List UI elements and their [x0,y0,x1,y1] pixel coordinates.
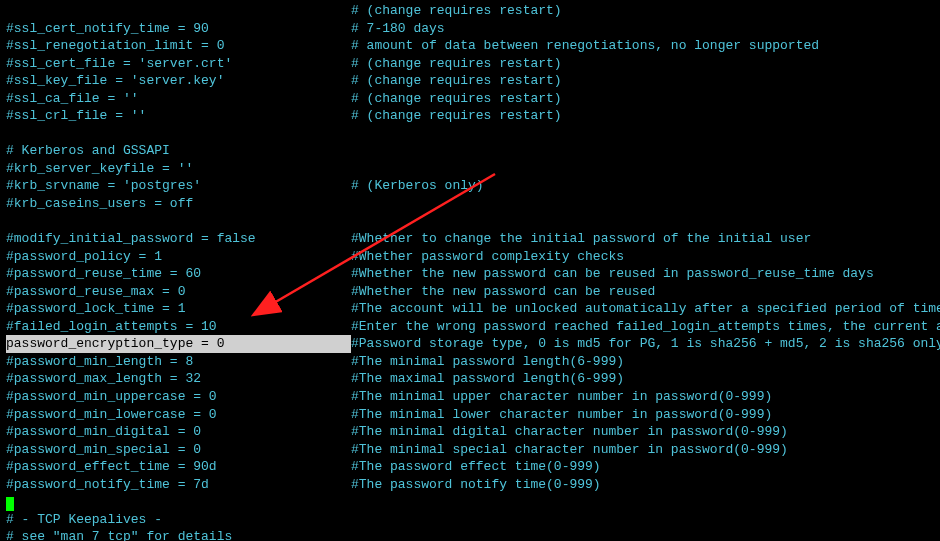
config-line: #ssl_cert_notify_time = 90# 7-180 days [6,20,940,38]
config-comment: #The minimal password length(6-999) [351,353,624,371]
config-setting: #password_reuse_max = 0 [6,283,351,301]
config-line: #ssl_ca_file = ''# (change requires rest… [6,90,940,108]
config-line: #ssl_crl_file = ''# (change requires res… [6,107,940,125]
config-comment: # (change requires restart) [351,2,562,20]
config-line: #password_min_uppercase = 0#The minimal … [6,388,940,406]
config-comment: #The minimal digital character number in… [351,423,788,441]
config-setting: #password_lock_time = 1 [6,300,351,318]
config-comment: #Password storage type, 0 is md5 for PG,… [351,335,940,353]
config-line: #password_min_lowercase = 0#The minimal … [6,406,940,424]
config-comment: #Whether to change the initial password … [351,230,811,248]
config-setting: #password_reuse_time = 60 [6,265,351,283]
config-setting: #password_min_lowercase = 0 [6,406,351,424]
config-line: #password_min_digital = 0#The minimal di… [6,423,940,441]
config-comment: # 7-180 days [351,20,445,38]
config-line: # see "man 7 tcp" for details [6,528,940,541]
config-comment: # (change requires restart) [351,107,562,125]
config-comment: #Whether the new password can be reused … [351,265,874,283]
config-line: # Kerberos and GSSAPI [6,142,940,160]
config-setting: #password_min_uppercase = 0 [6,388,351,406]
config-line: password_encryption_type = 0#Password st… [6,335,940,353]
config-comment: #The minimal special character number in… [351,441,788,459]
config-comment: # amount of data between renegotiations,… [351,37,819,55]
config-setting: #modify_initial_password = false [6,230,351,248]
config-comment: # (change requires restart) [351,55,562,73]
config-text: #krb_caseins_users = off [6,196,193,211]
config-line: #password_policy = 1#Whether password co… [6,248,940,266]
config-text: # - TCP Keepalives - [6,512,162,527]
config-comment: #The maximal password length(6-999) [351,370,624,388]
config-line: #password_notify_time = 7d#The password … [6,476,940,494]
config-setting: #ssl_cert_notify_time = 90 [6,20,351,38]
config-line: #ssl_cert_file = 'server.crt'# (change r… [6,55,940,73]
config-setting: #ssl_renegotiation_limit = 0 [6,37,351,55]
config-line: #password_reuse_time = 60#Whether the ne… [6,265,940,283]
config-text: # see "man 7 tcp" for details [6,529,232,541]
terminal-cursor [6,497,14,511]
config-setting: #password_effect_time = 90d [6,458,351,476]
config-setting: #password_min_special = 0 [6,441,351,459]
config-setting: #password_min_digital = 0 [6,423,351,441]
config-comment: #The account will be unlocked automatica… [351,300,940,318]
config-setting: #password_min_length = 8 [6,353,351,371]
config-comment: #The minimal lower character number in p… [351,406,772,424]
config-comment: # (change requires restart) [351,72,562,90]
config-line: #password_reuse_max = 0#Whether the new … [6,283,940,301]
config-comment: #Whether password complexity checks [351,248,624,266]
config-line: #password_lock_time = 1#The account will… [6,300,940,318]
config-setting: #ssl_key_file = 'server.key' [6,72,351,90]
config-line: #krb_server_keyfile = '' [6,160,940,178]
config-setting: password_encryption_type = 0 [6,335,351,353]
config-line: # - TCP Keepalives - [6,511,940,529]
config-comment: #Whether the new password can be reused [351,283,655,301]
config-line [6,493,940,511]
config-setting: #ssl_crl_file = '' [6,107,351,125]
config-setting: #ssl_ca_file = '' [6,90,351,108]
config-comment: #Enter the wrong password reached failed… [351,318,940,336]
config-line: #password_min_special = 0#The minimal sp… [6,441,940,459]
config-line: #password_min_length = 8#The minimal pas… [6,353,940,371]
config-line: #ssl_key_file = 'server.key'# (change re… [6,72,940,90]
config-line: #ssl_renegotiation_limit = 0# amount of … [6,37,940,55]
config-line [6,213,940,231]
config-line: #krb_srvname = 'postgres'# (Kerberos onl… [6,177,940,195]
terminal-output[interactable]: # (change requires restart)#ssl_cert_not… [0,0,940,541]
config-setting: #password_policy = 1 [6,248,351,266]
config-comment: # (Kerberos only) [351,177,484,195]
config-text: # Kerberos and GSSAPI [6,143,170,158]
config-comment: #The minimal upper character number in p… [351,388,772,406]
config-comment: #The password effect time(0-999) [351,458,601,476]
config-text: #krb_server_keyfile = '' [6,161,193,176]
config-setting: #password_max_length = 32 [6,370,351,388]
config-line: #failed_login_attempts = 10#Enter the wr… [6,318,940,336]
config-comment: # (change requires restart) [351,90,562,108]
config-line: #modify_initial_password = false#Whether… [6,230,940,248]
config-line: #krb_caseins_users = off [6,195,940,213]
config-setting: #ssl_cert_file = 'server.crt' [6,55,351,73]
config-comment: #The password notify time(0-999) [351,476,601,494]
config-line [6,125,940,143]
config-setting: #krb_srvname = 'postgres' [6,177,351,195]
config-line: #password_effect_time = 90d#The password… [6,458,940,476]
config-line: #password_max_length = 32#The maximal pa… [6,370,940,388]
config-setting: #failed_login_attempts = 10 [6,318,351,336]
config-setting: #password_notify_time = 7d [6,476,351,494]
config-line: # (change requires restart) [6,2,940,20]
